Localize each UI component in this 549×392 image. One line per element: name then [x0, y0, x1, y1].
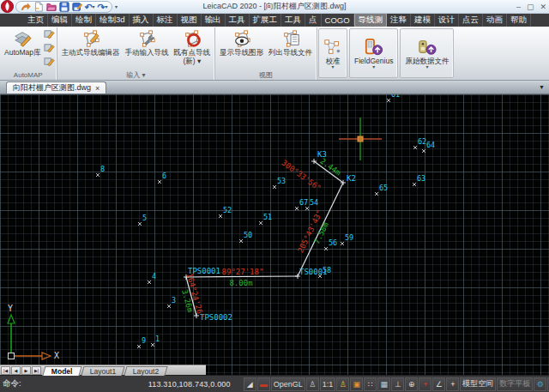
menu-tab-11[interactable]: 点 — [305, 14, 322, 27]
existing-point-traverse-icon — [183, 28, 202, 49]
save-icon[interactable] — [58, 1, 69, 12]
menu-tab-15[interactable]: 建模 — [411, 14, 435, 27]
document-tab-close-icon[interactable]: × — [95, 84, 100, 93]
layout-tab-label: Layout1 — [89, 367, 115, 376]
polar-toggle-icon[interactable]: ⊕ — [405, 377, 418, 391]
point-label-50: 50 — [244, 232, 252, 239]
menu-tab-17[interactable]: 点云 — [459, 14, 483, 27]
point-label-1: 1 — [155, 335, 160, 343]
coordinate-display[interactable]: 113.310,108.743,0.000 — [148, 380, 231, 389]
annotation-person-icon[interactable]: ♙ — [306, 377, 319, 391]
performance-toggle-icon[interactable]: ◢ — [244, 377, 256, 391]
ribbon-button-show-traverse-graphics[interactable]: 显示导线图形 — [217, 27, 266, 58]
menu-tab-4[interactable]: 插入 — [130, 14, 154, 27]
layout-tab-model[interactable]: Model — [42, 366, 81, 376]
menu-tab-16[interactable]: 设计 — [435, 14, 459, 27]
list-traverse-files-icon — [281, 28, 300, 49]
quick-access-toolbar: ↶▾ ↷▾ ▾ — [0, 0, 118, 13]
ribbon-button-label: 显示导线图形 — [220, 49, 263, 57]
redo-icon[interactable]: ↷▾ — [97, 1, 108, 12]
model-space-button[interactable]: 模型空间 — [460, 377, 496, 391]
raw-data-files-icon — [418, 37, 437, 57]
annotation-scale[interactable]: 1:1 — [320, 377, 336, 391]
angle-toggle-icon[interactable]: ∠ — [432, 377, 445, 391]
ortho-toggle-icon[interactable]: ⊥ — [391, 377, 404, 391]
menu-tab-2[interactable]: 绘制 — [72, 14, 96, 27]
drawing-canvas[interactable]: 61626463658653525155067545659439158K3K2T… — [0, 94, 549, 375]
ribbon-button-automap-library[interactable]: AutoMap库 — [2, 27, 44, 58]
ribbon-button-list-traverse-files[interactable]: 列出导线文件 — [266, 27, 315, 58]
opengl-button[interactable]: OpenGL — [271, 377, 305, 391]
quick-access-capsule: ↶▾ ↷▾ — [15, 1, 112, 13]
minimize-button[interactable]: – — [516, 1, 521, 13]
doc-tabs-menu-arrow-icon[interactable]: ▼ — [539, 84, 545, 90]
status-toggles: ◢▬OpenGL♙1:1♙▣∷▦⊥⊕+∠+模型空间数字平板⚙♟ — [244, 377, 549, 391]
document-tab-label: 向阳村棚户区测图.dwg — [13, 82, 91, 93]
layout-nav-0-icon[interactable]: |◀ — [1, 366, 10, 375]
menu-tab-12[interactable]: COGO — [322, 15, 354, 26]
ribbon-group-view: 显示导线图形列出导线文件视图 — [215, 27, 317, 80]
layout-nav-3-icon[interactable]: ▶| — [32, 366, 41, 375]
layout-tab-bar: |◀◀▶▶|ModelLayout1Layout2 — [0, 365, 206, 375]
annotation-autoscale-icon[interactable]: ▣ — [350, 377, 363, 391]
menu-tab-1[interactable]: 编辑 — [48, 14, 72, 27]
close-button[interactable]: ✕ — [540, 1, 546, 13]
menu-tab-18[interactable]: 动画 — [483, 14, 507, 27]
command-line-prompt[interactable]: 命令: — [3, 378, 21, 389]
ribbon-button-label: AutoMap库 — [4, 49, 41, 57]
grid-toggle-icon[interactable]: ▦ — [377, 377, 390, 391]
dimension-angle-4: 89°27'18" — [222, 268, 264, 276]
ribbon-button-manual-input-traverse[interactable]: 手动输入导线 — [123, 27, 172, 58]
ribbon-button-existing-point-traverse[interactable]: 既有点导线(新) ▾ — [172, 27, 214, 67]
app-logo[interactable] — [1, 0, 14, 13]
send-icon[interactable] — [20, 1, 31, 12]
menu-tab-7[interactable]: 输出 — [202, 14, 226, 27]
point-label-65: 65 — [379, 184, 388, 192]
automap-mini-icon[interactable] — [44, 56, 55, 69]
settings-gear-icon[interactable]: ⚙ — [534, 377, 546, 391]
menu-tab-19[interactable]: 帮助 — [507, 14, 531, 27]
menu-tab-5[interactable]: 标注 — [154, 14, 178, 27]
ribbon-group-label: 视图 — [217, 70, 315, 80]
layout-nav-1-icon[interactable]: ◀ — [11, 366, 21, 375]
point-label-63: 63 — [417, 175, 425, 183]
layout-tab-layout2[interactable]: Layout2 — [124, 366, 167, 376]
digitizer-button[interactable]: 数字平板 — [497, 377, 533, 391]
ribbon-button-label: 手动输入导线 — [125, 49, 169, 57]
new-file-icon[interactable] — [33, 1, 44, 12]
automap-mini-icon[interactable] — [44, 28, 55, 41]
osnap-toggle-icon[interactable]: + — [419, 377, 431, 391]
layout-tabs: ModelLayout1Layout2 — [44, 365, 168, 376]
menu-tab-0[interactable]: 主页 — [24, 14, 48, 27]
menu-tab-8[interactable]: 工具 — [226, 14, 250, 27]
crosshair-toggle-icon[interactable]: + — [446, 377, 459, 391]
layout-nav-2-icon[interactable]: ▶ — [21, 366, 31, 375]
ribbon-group-fieldgenius: FieldGenius▾ — [349, 28, 398, 78]
annotation-visibility-icon[interactable]: ♙ — [336, 377, 349, 391]
menu-tab-3[interactable]: 绘制3d — [96, 14, 130, 27]
open-folder-icon[interactable] — [45, 1, 57, 12]
menu-tab-10[interactable]: 工具 — [281, 14, 305, 27]
menu-tab-6[interactable]: 视图 — [178, 14, 202, 27]
menu-tab-13[interactable]: 导线测 — [354, 13, 388, 27]
undo-icon[interactable]: ↶▾ — [84, 1, 95, 12]
ribbon-button-fieldgenius[interactable]: FieldGenius▾ — [352, 36, 395, 71]
point-label-6: 6 — [162, 172, 166, 180]
menu-tab-14[interactable]: 注释 — [387, 14, 411, 27]
ribbon-button-calibrate[interactable]: 校准▾ — [321, 36, 345, 71]
hardware-toggle-icon[interactable]: ▬ — [257, 377, 270, 391]
automap-mini-icon[interactable] — [44, 42, 55, 55]
layout-tab-layout1[interactable]: Layout1 — [81, 366, 124, 376]
ribbon-button-label: 主动式导线编辑器 — [62, 49, 120, 57]
menu-tab-9[interactable]: 扩展工 — [250, 14, 282, 27]
point-label-59: 59 — [345, 234, 353, 242]
document-tab[interactable]: 向阳村棚户区测图.dwg × — [6, 81, 106, 93]
snap-toggle-icon[interactable]: ∷ — [364, 377, 377, 391]
customize-arrow-icon[interactable]: ▾ — [115, 3, 118, 9]
ribbon-button-active-traverse-editor[interactable]: 主动式导线编辑器 — [59, 27, 123, 58]
point-label-9: 9 — [142, 337, 146, 345]
ribbon-button-raw-data-files[interactable]: 原始数据文件▾ — [402, 36, 451, 71]
save-as-icon[interactable] — [71, 1, 82, 12]
fieldgenius-icon — [365, 37, 383, 57]
maximize-button[interactable]: ▢ — [527, 1, 534, 13]
